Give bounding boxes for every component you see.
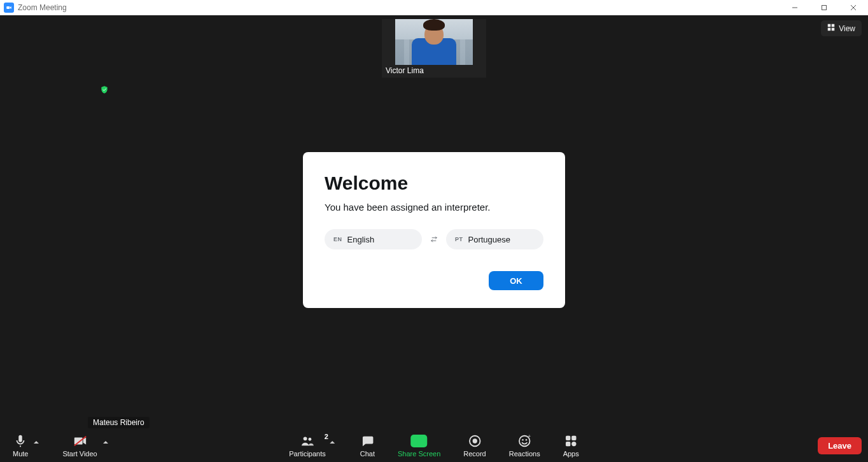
dialog-title: Welcome xyxy=(325,172,543,194)
svg-text:+: + xyxy=(528,434,531,439)
svg-point-21 xyxy=(572,442,576,445)
record-label: Record xyxy=(463,450,486,458)
apps-button[interactable]: Apps xyxy=(563,434,579,458)
participants-icon xyxy=(300,434,314,448)
grid-icon xyxy=(827,24,835,33)
view-button-label: View xyxy=(839,24,855,33)
meeting-toolbar: Mute Start Video xyxy=(0,429,868,462)
reactions-button[interactable]: + Reactions xyxy=(509,434,540,458)
svg-point-11 xyxy=(308,437,311,440)
svg-point-10 xyxy=(303,437,307,440)
dialog-ok-button[interactable]: OK xyxy=(489,271,543,290)
window-maximize-button[interactable] xyxy=(809,0,839,15)
window-close-button[interactable] xyxy=(839,0,868,15)
chat-label: Chat xyxy=(360,450,375,458)
participants-options-caret[interactable] xyxy=(328,438,337,458)
record-icon xyxy=(468,434,482,448)
mute-button[interactable]: Mute xyxy=(13,434,28,458)
language-to-code: PT xyxy=(455,236,463,242)
share-screen-icon xyxy=(411,434,428,448)
microphone-icon xyxy=(13,434,27,448)
encryption-shield-icon[interactable] xyxy=(99,84,110,95)
svg-rect-7 xyxy=(828,28,831,31)
view-layout-button[interactable]: View xyxy=(821,20,862,36)
apps-icon xyxy=(564,434,578,448)
language-pair-row: EN English PT Portuguese xyxy=(325,229,543,249)
svg-rect-5 xyxy=(828,24,831,27)
svg-rect-18 xyxy=(566,436,570,440)
record-button[interactable]: Record xyxy=(463,434,486,458)
reactions-icon: + xyxy=(517,434,531,448)
participants-count: 2 xyxy=(325,433,328,440)
svg-rect-8 xyxy=(832,28,835,31)
window-title: Zoom Meeting xyxy=(18,3,67,12)
participants-button[interactable]: 2 Participants xyxy=(289,434,325,458)
start-video-button[interactable]: Start Video xyxy=(62,434,97,458)
svg-rect-20 xyxy=(566,442,570,445)
audio-options-caret[interactable] xyxy=(32,438,41,458)
participant-name-label: Victor Lima xyxy=(382,66,486,75)
language-from-pill[interactable]: EN English xyxy=(325,229,422,249)
chat-button[interactable]: Chat xyxy=(360,434,375,458)
chat-icon xyxy=(360,434,374,448)
self-name-label: Mateus Ribeiro xyxy=(88,417,150,428)
reactions-label: Reactions xyxy=(509,450,540,458)
svg-point-15 xyxy=(522,438,524,440)
svg-rect-0 xyxy=(6,6,10,9)
svg-rect-2 xyxy=(822,6,827,10)
apps-label: Apps xyxy=(563,450,579,458)
share-screen-label: Share Screen xyxy=(398,450,440,458)
dialog-subtitle: You have been assigned an interpreter. xyxy=(325,202,543,213)
participant-thumbnail[interactable]: Victor Lima xyxy=(382,19,486,78)
mute-label: Mute xyxy=(13,450,28,458)
swap-languages-icon xyxy=(428,235,440,244)
svg-rect-19 xyxy=(572,436,576,440)
camera-off-icon xyxy=(73,434,87,448)
share-screen-button[interactable]: Share Screen xyxy=(398,434,440,458)
meeting-area: Victor Lima View Mateus Ribeiro Welcome … xyxy=(0,15,868,462)
language-from-code: EN xyxy=(333,236,342,242)
interpreter-welcome-dialog: Welcome You have been assigned an interp… xyxy=(303,152,565,308)
svg-point-16 xyxy=(526,438,528,440)
participant-video xyxy=(395,19,473,65)
zoom-app-icon xyxy=(4,3,14,13)
language-from-name: English xyxy=(347,235,375,244)
window-minimize-button[interactable] xyxy=(780,0,809,15)
participants-label: Participants xyxy=(289,450,325,458)
svg-rect-6 xyxy=(832,24,835,27)
language-to-name: Portuguese xyxy=(468,235,511,244)
svg-point-13 xyxy=(472,438,477,443)
video-options-caret[interactable] xyxy=(101,438,110,458)
language-to-pill[interactable]: PT Portuguese xyxy=(446,229,543,249)
window-controls xyxy=(780,0,868,15)
leave-meeting-button[interactable]: Leave xyxy=(818,437,862,454)
window-titlebar: Zoom Meeting xyxy=(0,0,868,15)
start-video-label: Start Video xyxy=(62,450,97,458)
